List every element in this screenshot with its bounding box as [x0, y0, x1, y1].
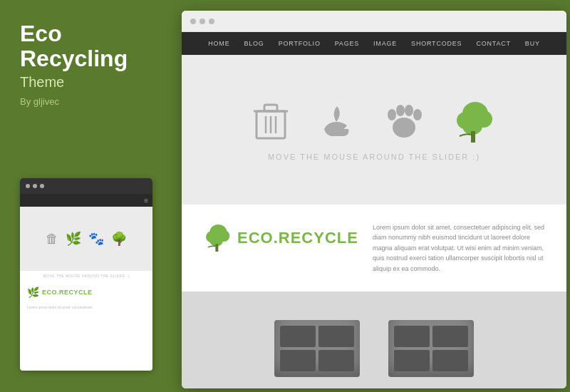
- sidebar: Eco Recycling Theme By gljivec ≡ 🗑 🌿 🐾 🌳…: [0, 0, 175, 392]
- bottom-light-right-inner: [388, 320, 474, 377]
- svg-rect-20: [215, 244, 218, 252]
- main-content: ECO.RECYCLE Lorem ipsum dolor sit amet, …: [182, 205, 566, 292]
- content-logo: ECO.RECYCLE: [203, 222, 358, 254]
- main-hero: MOVE THE MOUSE AROUND THE SLIDER :): [182, 55, 566, 205]
- nav-pages[interactable]: PAGES: [335, 40, 359, 47]
- main-dot-1: [190, 19, 196, 24]
- mini-tree-icon: 🌳: [111, 231, 127, 247]
- mini-slider-text: MOVE THE MOUSE AROUND THE SLIDER :): [20, 271, 152, 281]
- bottom-light-left-inner: [274, 320, 360, 377]
- mini-lorem-text: Lorem ipsum dolor sit amet, consectetuer: [20, 304, 152, 311]
- main-dot-3: [209, 19, 214, 24]
- trash-icon: [253, 100, 289, 143]
- subtitle: Theme: [20, 74, 155, 91]
- mini-dot-3: [40, 184, 44, 188]
- nav-image[interactable]: IMAGE: [373, 40, 397, 47]
- nav-buy[interactable]: BUY: [525, 40, 540, 47]
- svg-point-9: [405, 105, 413, 116]
- svg-point-7: [388, 109, 396, 120]
- mini-dot-1: [26, 184, 30, 188]
- main-nav: HOME BLOG PORTFOLIO PAGES IMAGE SHORTCOD…: [182, 32, 566, 55]
- title-recycling: Recycling: [20, 46, 155, 71]
- main-titlebar: [182, 11, 566, 32]
- main-dot-2: [200, 19, 205, 24]
- bottom-light-right: [388, 320, 474, 377]
- nav-home[interactable]: HOME: [208, 40, 229, 47]
- nav-portfolio[interactable]: PORTFOLIO: [279, 40, 321, 47]
- mini-trash-icon: 🗑: [46, 232, 58, 247]
- mini-logo-tree-icon: 🌿: [27, 287, 39, 298]
- light-cell-5: [394, 326, 430, 347]
- content-logo-tree-icon: [203, 222, 232, 254]
- content-logo-text: ECO.RECYCLE: [237, 229, 358, 247]
- main-preview-window: HOME BLOG PORTFOLIO PAGES IMAGE SHORTCOD…: [182, 11, 566, 388]
- light-cell-1: [280, 326, 316, 347]
- svg-point-6: [393, 118, 415, 138]
- nav-shortcodes[interactable]: SHORTCODES: [411, 40, 462, 47]
- mini-preview-window: ≡ 🗑 🌿 🐾 🌳 MOVE THE MOUSE AROUND THE SLID…: [20, 178, 152, 371]
- paw-icon: [385, 100, 424, 143]
- hero-slider-text: MOVE THE MOUSE AROUND THE SLIDER :): [268, 153, 480, 161]
- light-cell-4: [318, 350, 354, 371]
- title-eco: Eco: [20, 21, 155, 46]
- light-cell-3: [280, 350, 316, 371]
- svg-point-10: [413, 109, 422, 120]
- mini-nav: ≡: [20, 194, 152, 207]
- tree-icon-green: [452, 99, 495, 145]
- svg-rect-2: [264, 105, 277, 111]
- light-cell-2: [318, 326, 354, 347]
- mini-paw-icon: 🐾: [88, 231, 104, 247]
- light-cell-8: [432, 350, 468, 371]
- main-bottom: [182, 292, 566, 388]
- by-label: By gljivec: [20, 96, 155, 107]
- svg-point-8: [396, 105, 405, 116]
- bottom-light-left: [274, 320, 360, 377]
- mini-dot-2: [33, 184, 37, 188]
- light-cell-6: [432, 326, 468, 347]
- nav-contact[interactable]: CONTACT: [476, 40, 510, 47]
- mini-hero: 🗑 🌿 🐾 🌳: [20, 207, 152, 271]
- hand-leaf-icon: [317, 100, 356, 143]
- mini-titlebar: [20, 178, 152, 194]
- light-cell-7: [394, 350, 430, 371]
- hero-icons: [253, 99, 495, 145]
- mini-leaf-icon: 🌿: [66, 231, 81, 247]
- mini-logo-text: ECO.RECYCLE: [42, 289, 93, 296]
- svg-rect-15: [471, 131, 475, 143]
- mini-nav-icon: ≡: [144, 197, 148, 205]
- mini-logo-section: 🌿 ECO.RECYCLE: [20, 281, 152, 304]
- content-description: Lorem ipsum dolor sit amet, consectetuer…: [373, 222, 545, 274]
- nav-blog[interactable]: BLOG: [244, 40, 264, 47]
